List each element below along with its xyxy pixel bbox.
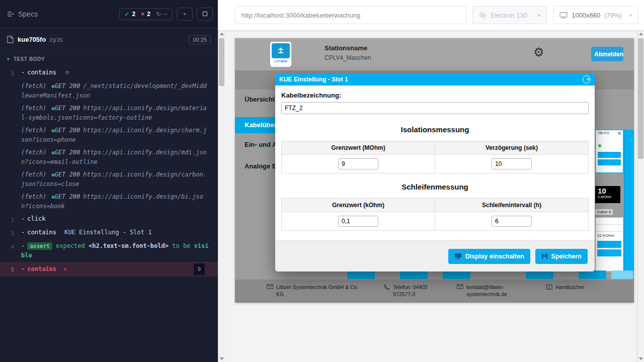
cyan-button-partial[interactable] [347,270,375,279]
cyan-button-partial[interactable] [611,270,633,279]
fetch-tag: (fetch) [21,193,47,200]
cyan-button-partial[interactable] [526,270,553,279]
fetch-log-row[interactable]: (fetch)●GET 200https://api.iconify.desig… [0,102,218,124]
row-number: 5 [0,264,21,275]
fetch-url: https://api.iconify.design/carbon.json?i… [21,171,207,188]
cyan-button-partial[interactable] [579,270,606,279]
footer-email[interactable]: kontakt@littwin-systemtechnik.de [457,284,516,298]
fetch-status: GET 200 [55,193,80,200]
loop-card-partial: 22 KOhm [595,217,623,272]
test-body-toggle[interactable]: ▾ TEST BODY [0,51,218,66]
settings-gear-icon[interactable]: ⚙ [533,46,544,58]
kue-settings-dialog: KUE Einstellung - Slot 1 ✕ Kabelbezeichn… [275,73,595,272]
fetch-tag: (fetch) [21,127,47,134]
slot-card-title: 785-FO [597,131,609,136]
electron-icon [479,12,487,19]
slot-card-partial: 785-FO⚙ [595,130,623,173]
fetch-log-row[interactable]: (fetch)●GET 200https://api.iconify.desig… [0,191,218,213]
display-on-button[interactable]: Display einschalten [448,249,530,264]
footer-manuals-link[interactable]: Handbücher [546,284,584,291]
command-row-contains-failing[interactable]: 5 contains×0 [0,262,218,277]
loop-interval-input[interactable] [492,216,532,227]
logo-text: LITTWIN [272,60,290,63]
cyan-block [598,152,621,158]
stop-icon [203,12,207,16]
app-footer: Littwin Systemtechnik GmbH & Co. KG Tele… [235,280,634,303]
fetch-tag: (fetch) [21,149,47,156]
cyan-block [597,241,621,248]
status-dot-icon: ● [52,194,55,200]
cable-name-input[interactable] [281,102,589,114]
viewport-zoom: (79%) [604,12,622,19]
status-dot-icon: ● [52,150,55,155]
fetch-log-row[interactable]: (fetch)●GET 200https://api.iconify.desig… [0,168,218,191]
reporter-scrollbar[interactable] [218,30,225,362]
spec-extension: .cy.ts [48,36,62,43]
cyan-button-partial[interactable] [443,270,470,279]
fetch-status: GET 200 [55,171,80,178]
command-name: contains [21,69,56,76]
fetch-tag: (fetch) [21,105,47,112]
assert-expected: expected [56,242,85,249]
loop-col2-header: Schleifenintervall (h) [435,199,589,212]
row-number: 3 [0,228,21,238]
measure-unit: 0 MOhm [598,195,618,199]
cypress-reporter: Specs ✓2 ×2 ↻-- ▾ kue705fo .cy.ts 00:25 … [0,0,218,362]
iso-delay-input[interactable] [492,158,532,169]
mail-icon [267,284,273,289]
aut-frame-area: LITTWIN Stationsname CPLV4_Maschen ⚙ Abm… [225,30,637,362]
fetch-log-row[interactable]: (fetch)●GET 200/_next/static/development… [0,80,218,102]
scrollbar-thumb[interactable] [638,38,643,159]
loop-limit-input[interactable] [338,216,378,227]
save-button[interactable]: Speichern [535,249,588,264]
fail-cross-icon: × [63,264,67,274]
cyan-button-partial[interactable] [400,270,428,279]
cable-name-label: Kabelbezeichnung: [281,92,589,99]
row-number: 4 [0,241,21,260]
scrollbar-thumb[interactable] [219,38,224,86]
fetch-log-row[interactable]: (fetch)●GET 200https://api.iconify.desig… [0,124,218,146]
command-row-click[interactable]: 2 click [0,213,218,226]
scroll-down-arrow[interactable] [637,355,644,362]
spec-file-icon [7,36,14,43]
command-log: 1 contains⚙ (fetch)●GET 200/_next/static… [0,66,218,277]
stop-tests-button[interactable] [197,8,213,21]
scroll-down-arrow[interactable] [218,355,225,362]
row-number: 1 [0,68,21,78]
command-row-contains-1[interactable]: 1 contains⚙ [0,66,218,80]
reload-icon: ↻ [156,11,161,18]
floppy-disk-icon [541,253,548,259]
status-dot-icon: ● [52,83,55,89]
url-input[interactable] [235,6,466,24]
measure-value: 10 [598,187,618,195]
mail-icon [457,284,463,289]
command-name: contains [21,229,56,236]
close-icon[interactable]: ✕ [583,75,591,83]
measure-display: 10 0 MOhm [595,186,620,203]
dialog-body: Kabelbezeichnung: Isolationsmessung Gren… [275,85,595,231]
command-row-contains-2[interactable]: 3 containsKUE Einstellung - Slot 1 [0,226,218,240]
assert-element: <h2.text-sm.font-bold> [89,242,169,249]
scroll-up-arrow[interactable] [218,30,225,37]
assert-badge: assert [27,242,52,250]
nav-item-uebersicht[interactable]: Übersicht [245,96,275,103]
app-header: LITTWIN Stationsname CPLV4_Maschen ⚙ Abm… [235,38,634,70]
fetch-log-row[interactable]: (fetch)●GET 200https://api.iconify.desig… [0,146,218,168]
spec-file-row[interactable]: kue705fo .cy.ts 00:25 [0,28,218,51]
specs-button[interactable]: Specs [7,10,38,18]
browser-selector[interactable]: Electron 130 ▾ [472,6,547,24]
viewport-selector[interactable]: 1000x660 (79%) ▾ [553,6,638,24]
collapse-reporter-button[interactable]: ▾ [177,8,193,21]
logout-button[interactable]: Abmelden [591,47,623,61]
station-title: Stationsname [325,44,367,52]
viewport-size: 1000x660 [572,12,600,19]
stat-pending: ↻-- [156,11,168,18]
command-row-assert[interactable]: 4 assertexpected <h2.text-sm.font-bold> … [0,240,218,262]
nav-item-analoge-eingaenge[interactable]: Analoge Ei [245,162,278,170]
scroll-up-arrow[interactable] [637,30,644,37]
main-scrollbar[interactable] [637,30,644,362]
chevron-down-icon: ▾ [183,11,186,17]
footer-phone: Telefon: 04402 972577-0 [384,284,443,298]
iso-limit-input[interactable] [338,158,378,169]
cyan-side-strip [624,130,634,272]
